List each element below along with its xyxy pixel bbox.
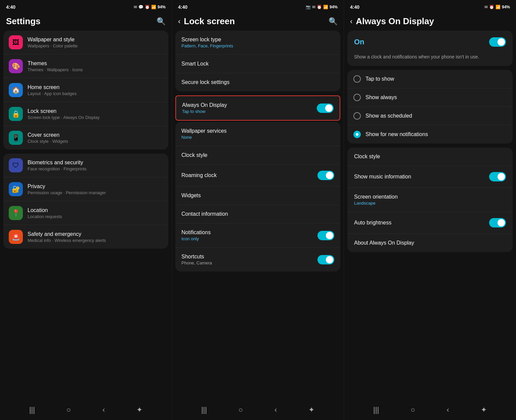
settings-header: Settings 🔍 (0, 13, 172, 31)
privacy-label: Privacy (28, 183, 163, 190)
radio-show-notifications[interactable]: Show for new notifications (347, 125, 513, 143)
settings-title: Settings (6, 16, 41, 27)
lock-item-contact[interactable]: Contact information (175, 205, 340, 223)
lock-item-aod[interactable]: Always On Display Tap to show (176, 96, 340, 120)
notifications-toggle[interactable] (317, 231, 334, 240)
aod-musicinfo-item[interactable]: Show music information (347, 166, 513, 188)
aod-title: Always On Display (356, 16, 434, 27)
wallpaper-icon: 🖼 (9, 35, 23, 49)
aod-about-item[interactable]: About Always On Display (347, 234, 513, 252)
status-time-2: 4:40 (178, 4, 187, 10)
privacy-icon: 🔐 (9, 182, 23, 196)
safety-label: Safety and emergency (28, 231, 163, 237)
nav-back-3[interactable]: ‹ (444, 403, 452, 417)
aod-settings-list: On Show a clock and notifications when y… (344, 31, 516, 400)
lock-group-aod: Always On Display Tap to show (175, 95, 340, 121)
screenlock-sub: Pattern, Face, Fingerprints (181, 43, 233, 48)
settings-search-icon[interactable]: 🔍 (157, 17, 166, 26)
aod-brightness-toggle[interactable] (489, 218, 506, 227)
lock-item-clockstyle[interactable]: Clock style (175, 146, 340, 165)
mail-icon-2: ✉ (312, 5, 315, 9)
coverscreen-label: Cover screen (28, 132, 163, 138)
lock-item-screenlock[interactable]: Screen lock type Pattern, Face, Fingerpr… (175, 31, 340, 55)
nav-recent-2[interactable]: ||| (199, 403, 210, 417)
lock-item-securelock[interactable]: Secure lock settings (175, 73, 340, 91)
nav-back-2[interactable]: ‹ (272, 403, 280, 417)
nav-home-3[interactable]: ○ (408, 403, 418, 417)
status-time-3: 4:40 (350, 4, 359, 10)
mail-icon-3: ✉ (484, 5, 488, 9)
radio-circle-3 (353, 112, 361, 120)
themes-label: Themes (28, 60, 163, 67)
aod-orientation-sub: Landscape (354, 201, 398, 206)
aod-header: ‹ Always On Display (344, 13, 516, 31)
radio-show-always[interactable]: Show always (347, 88, 513, 107)
radio-tap-to-show[interactable]: Tap to show (347, 70, 513, 88)
safety-sub: Medical info · Wireless emergency alerts (28, 238, 163, 243)
settings-item-homescreen[interactable]: 🏠 Home screen Layout · App icon badges (3, 78, 168, 102)
aod-brightness-item[interactable]: Auto brightness (347, 212, 513, 234)
lock-group-1: Screen lock type Pattern, Face, Fingerpr… (175, 31, 340, 91)
lock-item-shortcuts[interactable]: Shortcuts Phone, Camera (175, 248, 340, 271)
wallpaper-label: Wallpaper and style (28, 37, 163, 43)
roaming-toggle[interactable] (317, 171, 334, 180)
nav-recent-3[interactable]: ||| (371, 403, 382, 417)
lockscreen-label: Lock screen (28, 108, 163, 114)
status-time-1: 4:40 (6, 4, 15, 10)
lock-item-wallpaper-svc[interactable]: Wallpaper services None (175, 122, 340, 146)
aod-on-row: On (347, 31, 513, 53)
coverscreen-icon: 📱 (9, 131, 23, 145)
aod-sub: Tap to show (182, 109, 227, 114)
privacy-sub: Permission usage · Permission manager (28, 190, 163, 195)
lock-item-smartlock[interactable]: Smart Lock (175, 55, 340, 73)
shortcuts-sub: Phone, Camera (181, 260, 212, 265)
wallpaper-svc-label: Wallpaper services (181, 128, 227, 134)
lock-item-notifications[interactable]: Notifications Icon only (175, 223, 340, 248)
aod-description: Show a clock and notifications when your… (347, 53, 513, 66)
nav-recent-1[interactable]: ||| (27, 403, 38, 417)
location-sub: Location requests (28, 214, 163, 219)
settings-item-privacy[interactable]: 🔐 Privacy Permission usage · Permission … (3, 177, 168, 201)
nav-extra-1[interactable]: ✦ (134, 403, 145, 417)
settings-item-lockscreen[interactable]: 🔒 Lock screen Screen lock type · Always … (3, 102, 168, 126)
battery-1: 94% (158, 5, 166, 9)
lockscreen-header: ‹ Lock screen 🔍 (172, 13, 344, 31)
alarm-icon-3: ⏰ (489, 5, 494, 9)
bottom-nav-2: ||| ○ ‹ ✦ (172, 400, 344, 420)
aod-toggle[interactable] (317, 103, 334, 113)
biometrics-label: Biometrics and security (28, 160, 163, 166)
shortcuts-toggle[interactable] (317, 255, 334, 264)
settings-item-biometrics[interactable]: 🛡 Biometrics and security Face recogniti… (3, 154, 168, 177)
lockscreen-back-icon[interactable]: ‹ (178, 17, 180, 26)
aod-on-toggle[interactable] (489, 37, 506, 47)
notifications-sub: Icon only (181, 236, 211, 241)
nav-extra-2[interactable]: ✦ (306, 403, 317, 417)
mail-icon: ✉ (134, 5, 137, 9)
settings-item-coverscreen[interactable]: 📱 Cover screen Clock style · Widgets (3, 126, 168, 150)
settings-item-themes[interactable]: 🎨 Themes Themes · Wallpapers · Icons (3, 54, 168, 78)
bottom-nav-3: ||| ○ ‹ ✦ (344, 400, 516, 420)
settings-group-1: 🖼 Wallpaper and style Wallpapers · Color… (3, 31, 168, 150)
shortcuts-label: Shortcuts (181, 254, 212, 260)
lockscreen-search-icon[interactable]: 🔍 (329, 17, 338, 26)
lock-item-roaming[interactable]: Roaming clock (175, 165, 340, 186)
aod-clockstyle-item[interactable]: Clock style (347, 148, 513, 166)
aod-musicinfo-toggle[interactable] (489, 172, 506, 181)
lockscreen-icon: 🔒 (9, 107, 23, 121)
nav-home-1[interactable]: ○ (64, 403, 74, 417)
homescreen-sub: Layout · App icon badges (28, 91, 163, 96)
lock-item-widgets[interactable]: Widgets (175, 186, 340, 205)
radio-show-scheduled[interactable]: Show as scheduled (347, 107, 513, 125)
nav-back-1[interactable]: ‹ (100, 403, 108, 417)
settings-item-location[interactable]: 📍 Location Location requests (3, 201, 168, 225)
aod-back-icon[interactable]: ‹ (350, 17, 352, 26)
nav-extra-3[interactable]: ✦ (478, 403, 489, 417)
settings-item-safety[interactable]: 🚨 Safety and emergency Medical info · Wi… (3, 225, 168, 249)
clockstyle-label: Clock style (181, 152, 207, 158)
nav-home-2[interactable]: ○ (236, 403, 246, 417)
aod-orientation-item[interactable]: Screen orientation Landscape (347, 188, 513, 212)
widgets-label: Widgets (181, 193, 201, 199)
aod-on-label: On (354, 38, 364, 46)
settings-item-wallpaper[interactable]: 🖼 Wallpaper and style Wallpapers · Color… (3, 31, 168, 54)
screenlock-label: Screen lock type (181, 37, 233, 43)
